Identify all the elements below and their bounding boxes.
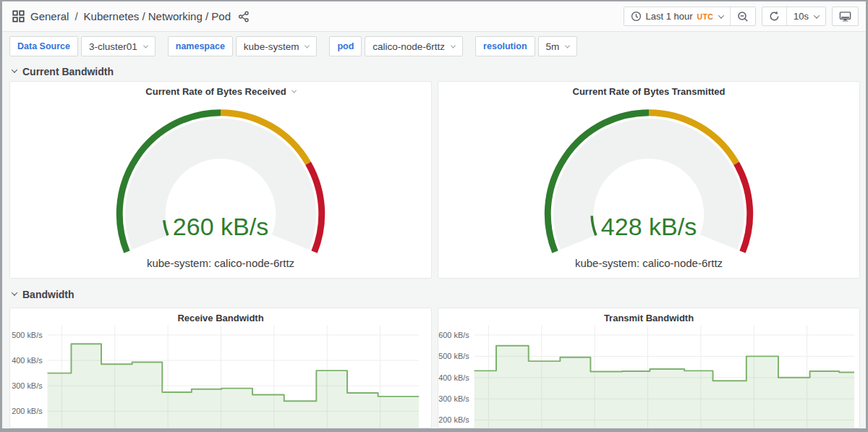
refresh-interval-picker[interactable]: 10s	[786, 7, 825, 25]
variables-submenu: Data Source 3-cluster01 namespace kube-s…	[2, 32, 866, 61]
row-collapse-icon	[12, 289, 17, 295]
svg-text:200 kB/s: 200 kB/s	[12, 407, 42, 415]
variable-namespace: namespace kube-system	[168, 36, 318, 56]
zoom-out-icon	[737, 11, 749, 22]
variable-resolution-value: 5m	[546, 41, 560, 52]
header-controls: Last 1 hour UTC	[624, 7, 859, 26]
zoom-out-time-button[interactable]	[730, 7, 755, 25]
variable-namespace-label: namespace	[168, 36, 233, 56]
gauge-panels-row: Current Rate of Bytes Received 260 kB/s …	[9, 81, 860, 279]
dashboard-body: Current Bandwidth Current Rate of Bytes …	[2, 61, 866, 428]
variable-resolution-label: resolution	[475, 36, 535, 56]
chevron-down-icon	[143, 43, 148, 48]
variable-pod: pod calico-node-6rttz	[329, 36, 463, 56]
refresh-icon	[769, 11, 780, 22]
gauge-bytes-received	[10, 82, 431, 278]
breadcrumb-separator: /	[75, 10, 77, 22]
row-header-current-bandwidth[interactable]: Current Bandwidth	[11, 66, 114, 77]
refresh-controls-group: 10s	[762, 7, 826, 26]
variable-datasource: Data Source 3-cluster01	[9, 36, 156, 56]
refresh-button[interactable]	[762, 7, 786, 25]
chevron-down-icon	[305, 43, 310, 48]
row-header-bandwidth[interactable]: Bandwidth	[11, 289, 75, 300]
panel-bytes-transmitted-gauge: Current Rate of Bytes Transmitted 428 kB…	[438, 81, 860, 279]
panel-receive-bandwidth: Receive Bandwidth 500 kB/s400 kB/s300 kB…	[9, 308, 432, 428]
variable-resolution: resolution 5m	[475, 36, 577, 56]
panel-title-bytes-transmitted[interactable]: Current Rate of Bytes Transmitted	[438, 82, 859, 101]
variable-datasource-dropdown[interactable]: 3-cluster01	[81, 36, 156, 56]
clock-icon	[631, 11, 642, 22]
gauge-bytes-transmitted	[438, 82, 859, 278]
panel-title-text: Receive Bandwidth	[177, 313, 263, 323]
svg-text:300 kB/s: 300 kB/s	[12, 381, 42, 390]
chevron-down-icon	[451, 43, 456, 48]
panel-title-text: Current Rate of Bytes Received	[145, 86, 286, 97]
apps-grid-icon[interactable]	[12, 10, 25, 22]
gauge-series-label: kube-system: calico-node-6rttz	[438, 257, 859, 269]
panel-title-text: Transmit Bandwidth	[604, 313, 694, 323]
bandwidth-panels-row: Receive Bandwidth 500 kB/s400 kB/s300 kB…	[9, 308, 860, 428]
time-range-picker[interactable]: Last 1 hour UTC	[624, 7, 731, 25]
svg-text:400 kB/s: 400 kB/s	[438, 373, 469, 382]
variable-pod-dropdown[interactable]: calico-node-6rttz	[365, 36, 463, 56]
svg-text:400 kB/s: 400 kB/s	[12, 356, 42, 365]
row-title: Bandwidth	[22, 289, 75, 300]
panel-bytes-received-gauge: Current Rate of Bytes Received 260 kB/s …	[9, 81, 432, 279]
variable-pod-value: calico-node-6rttz	[373, 41, 445, 52]
share-icon[interactable]	[238, 11, 250, 22]
breadcrumb-folder[interactable]: General	[30, 10, 69, 22]
panel-transmit-bandwidth: Transmit Bandwidth 600 kB/s500 kB/s400 k…	[438, 308, 860, 428]
svg-text:500 kB/s: 500 kB/s	[12, 331, 42, 339]
variable-namespace-value: kube-system	[244, 41, 299, 52]
timezone-label: UTC	[697, 12, 713, 21]
time-controls-group: Last 1 hour UTC	[624, 7, 757, 26]
panel-title-bytes-received[interactable]: Current Rate of Bytes Received	[10, 82, 431, 101]
svg-text:500 kB/s: 500 kB/s	[438, 352, 469, 360]
svg-text:300 kB/s: 300 kB/s	[438, 394, 469, 403]
gauge-value: 260 kB/s	[10, 213, 431, 241]
monitor-icon	[839, 11, 851, 22]
row-title: Current Bandwidth	[22, 66, 114, 77]
dashboard-header: General / Kubernetes / Networking / Pod …	[2, 1, 866, 32]
time-range-label: Last 1 hour	[646, 11, 693, 22]
svg-text:600 kB/s: 600 kB/s	[438, 331, 469, 339]
variable-pod-label: pod	[329, 36, 362, 56]
panel-title-text: Current Rate of Bytes Transmitted	[573, 86, 726, 97]
panel-title-transmit-bandwidth[interactable]: Transmit Bandwidth	[438, 308, 859, 328]
chevron-down-icon	[814, 12, 820, 18]
variable-datasource-label: Data Source	[9, 36, 78, 56]
breadcrumb-dashboard[interactable]: Kubernetes / Networking / Pod	[84, 10, 231, 22]
chevron-down-icon	[718, 12, 724, 18]
variable-datasource-value: 3-cluster01	[89, 41, 137, 52]
panel-menu-icon	[292, 88, 297, 93]
kiosk-mode-button[interactable]	[832, 7, 859, 26]
chevron-down-icon	[565, 43, 570, 48]
grafana-window: General / Kubernetes / Networking / Pod …	[0, 0, 868, 432]
refresh-interval-label: 10s	[793, 11, 809, 22]
row-collapse-icon	[12, 67, 17, 72]
svg-text:200 kB/s: 200 kB/s	[438, 416, 469, 425]
variable-namespace-dropdown[interactable]: kube-system	[236, 36, 318, 56]
variable-resolution-dropdown[interactable]: 5m	[538, 36, 578, 56]
gauge-series-label: kube-system: calico-node-6rttz	[10, 257, 431, 269]
breadcrumb: General / Kubernetes / Networking / Pod	[12, 10, 250, 22]
panel-title-receive-bandwidth[interactable]: Receive Bandwidth	[10, 308, 431, 328]
gauge-value: 428 kB/s	[438, 213, 859, 241]
